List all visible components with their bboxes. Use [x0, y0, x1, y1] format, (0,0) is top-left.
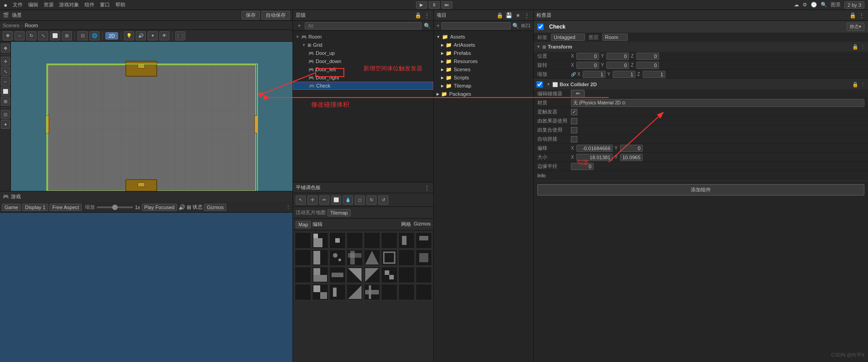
- tile-1-5[interactable]: [381, 249, 397, 266]
- tile-2-4[interactable]: [364, 267, 380, 283]
- hierarchy-item-grid[interactable]: ▼ ⊞ Grid: [293, 41, 433, 49]
- tile-1-2[interactable]: [329, 249, 346, 266]
- play-button[interactable]: ▶: [416, 1, 427, 9]
- panel-menu[interactable]: ⋮: [286, 204, 291, 210]
- scale-x-value[interactable]: 1: [583, 71, 605, 78]
- scale-z-value[interactable]: 1: [643, 71, 665, 78]
- tile-2-7[interactable]: [416, 267, 432, 283]
- edit-label[interactable]: 编辑: [312, 221, 322, 228]
- hierarchy-item-door-left[interactable]: 🎮 Door_left: [293, 65, 433, 73]
- tile-2-1[interactable]: [312, 267, 328, 283]
- menu-help[interactable]: 帮助: [115, 1, 125, 8]
- tile-2-2[interactable]: [329, 267, 346, 283]
- project-assets[interactable]: ▼ 📁 Assets: [434, 33, 533, 41]
- project-prefabs[interactable]: ▶ 📁 Prefabs: [434, 49, 533, 57]
- project-search[interactable]: [441, 22, 511, 29]
- tile-1-7[interactable]: [416, 249, 432, 266]
- menu-window[interactable]: 窗口: [100, 1, 110, 8]
- display-dropdown[interactable]: Display 1: [22, 204, 48, 211]
- tile-fill-tool[interactable]: ⬜: [331, 196, 341, 205]
- menu-file[interactable]: 文件: [13, 1, 23, 8]
- project-tilemap[interactable]: ▶ 📁 Tilemap: [434, 82, 533, 90]
- gizmos-label[interactable]: Gizmos: [414, 221, 431, 228]
- transform-lock[interactable]: 🔒: [852, 44, 858, 50]
- gizmos-dropdown[interactable]: Gizmos: [204, 204, 226, 211]
- tile-2-6[interactable]: [398, 267, 415, 283]
- tile-3-7[interactable]: [416, 284, 432, 300]
- rotation-z-value[interactable]: 0: [636, 62, 659, 69]
- scene-tool-1[interactable]: ✛: [1, 57, 10, 66]
- hierarchy-add[interactable]: +: [296, 22, 303, 29]
- auto-save-button[interactable]: 自动保存: [262, 11, 290, 20]
- mute-icon[interactable]: 🔊: [179, 204, 185, 210]
- hierarchy-more[interactable]: ⋮: [423, 12, 431, 19]
- position-x-value[interactable]: 0: [576, 53, 599, 60]
- play-focused-dropdown[interactable]: Play Focused: [142, 204, 178, 211]
- gizmos-tool[interactable]: ⋮⋮: [175, 31, 185, 40]
- tile-1-1[interactable]: [312, 249, 328, 266]
- position-z-value[interactable]: 0: [636, 53, 659, 60]
- hierarchy-search[interactable]: [305, 22, 422, 29]
- menu-gameobject[interactable]: 游戏对象: [59, 1, 79, 8]
- static-badge[interactable]: 静态▾: [847, 23, 864, 31]
- rotation-y-value[interactable]: 0: [606, 62, 629, 69]
- tile-2-3[interactable]: [347, 267, 363, 283]
- hierarchy-item-check[interactable]: 🎮 Check: [293, 82, 433, 90]
- rotate-tool[interactable]: ↻: [26, 31, 36, 40]
- hierarchy-search-icon[interactable]: 🔍: [423, 22, 431, 29]
- tile-1-6[interactable]: [398, 249, 415, 266]
- stats-label[interactable]: 状态: [193, 204, 203, 210]
- hierarchy-item-door-up[interactable]: 🎮 Door_up: [293, 49, 433, 57]
- tile-0-3[interactable]: [347, 232, 363, 249]
- scale-y-value[interactable]: 1: [613, 71, 635, 78]
- tile-0-0[interactable]: [295, 232, 311, 249]
- effect-checkbox[interactable]: [571, 118, 577, 124]
- tile-select-tool[interactable]: ↖: [296, 196, 306, 205]
- boxcollider-more[interactable]: ⋮: [860, 82, 865, 88]
- tile-1-0[interactable]: [295, 249, 311, 266]
- pause-button[interactable]: ⏸: [429, 1, 440, 9]
- inspector-lock[interactable]: 🔒: [849, 12, 856, 19]
- tile-3-6[interactable]: [398, 284, 415, 300]
- boxcollider-lock[interactable]: 🔒: [852, 82, 858, 88]
- tile-0-5[interactable]: [381, 232, 397, 249]
- audio-tool[interactable]: 🔊: [136, 31, 146, 40]
- add-component-button[interactable]: 添加组件: [537, 184, 864, 196]
- scale-tool[interactable]: ⤡: [38, 31, 48, 40]
- project-search-icon[interactable]: 🔍: [512, 22, 519, 29]
- rotation-x-value[interactable]: 0: [576, 62, 599, 69]
- tile-palette-more[interactable]: ⋮: [423, 184, 431, 191]
- scene-tool-5[interactable]: ⊞: [1, 97, 10, 106]
- tile-3-4[interactable]: [364, 284, 380, 300]
- object-active-checkbox[interactable]: [537, 24, 544, 30]
- menu-edit[interactable]: 编辑: [28, 1, 38, 8]
- material-value[interactable]: 无 (Physics Material 2D ⊙: [571, 99, 864, 107]
- menu-assets[interactable]: 资源: [44, 1, 54, 8]
- project-scripts[interactable]: ▶ 📁 Scripts: [434, 73, 533, 82]
- save-button[interactable]: 保存: [242, 11, 260, 20]
- scene-tool-6[interactable]: ⊡: [1, 110, 10, 119]
- hierarchy-item-room[interactable]: ▼ 🎮 Room: [293, 33, 433, 41]
- size-y-value[interactable]: 10.0965: [620, 154, 643, 161]
- pivot-tool[interactable]: ⊡: [78, 31, 88, 40]
- fx-tool[interactable]: ✦: [148, 31, 158, 40]
- transform-tool[interactable]: ⊞: [62, 31, 72, 40]
- layout-dropdown[interactable]: 2 by 3: [844, 1, 864, 9]
- rect-tool[interactable]: ⬜: [50, 31, 60, 40]
- tile-1-4[interactable]: [364, 249, 380, 266]
- project-scenes[interactable]: ▶ 📁 Scenes: [434, 65, 533, 73]
- tile-0-7[interactable]: [416, 232, 432, 249]
- project-more[interactable]: ⋮: [523, 12, 531, 19]
- trigger-checkbox[interactable]: [571, 109, 577, 115]
- hierarchy-item-door-down[interactable]: 🎮 Door_down: [293, 57, 433, 65]
- transform-header[interactable]: ▼ ⊞ Transform 🔒 ⋮: [534, 42, 868, 52]
- zoom-slider[interactable]: [97, 206, 133, 208]
- transform-more[interactable]: ⋮: [860, 44, 865, 50]
- project-lock[interactable]: 🔒: [496, 12, 503, 19]
- tile-3-2[interactable]: [329, 284, 346, 300]
- position-y-value[interactable]: 0: [606, 53, 629, 60]
- aspect-dropdown[interactable]: Free Aspect: [50, 204, 82, 211]
- tag-dropdown[interactable]: Untagged: [551, 34, 585, 41]
- project-packages[interactable]: ▶ 📁 Packages: [434, 90, 533, 98]
- inspector-more[interactable]: ⋮: [858, 12, 865, 19]
